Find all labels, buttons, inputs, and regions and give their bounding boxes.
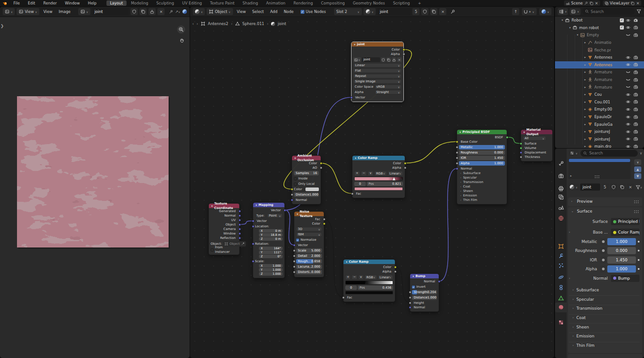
value-field-lacuna[interactable]: Lacuna..2.000 <box>296 264 322 269</box>
fake-user-icon[interactable] <box>381 57 386 62</box>
tab-tool-icon[interactable] <box>558 161 564 166</box>
value-field-ior[interactable]: IOR1.450 <box>459 156 505 160</box>
breadcrumb-material[interactable]: joint <box>278 21 286 26</box>
nav-forward-icon[interactable]: › <box>196 21 198 26</box>
checkbox-only-local[interactable]: Only Local <box>294 182 319 186</box>
copy-icon[interactable] <box>589 1 593 5</box>
stop-position-field[interactable]: Pos0.821 <box>367 182 403 186</box>
socket-button[interactable] <box>600 238 606 245</box>
camera-disabled-icon[interactable] <box>633 92 640 97</box>
node-header[interactable]: ∨Noise Texture <box>294 212 324 216</box>
subpanel-subsurface[interactable]: ›Subsurface <box>569 286 640 294</box>
subpanel-sheen[interactable]: ›Sheen <box>569 323 640 330</box>
input-socket-distance[interactable] <box>291 193 293 196</box>
animate-dot[interactable] <box>638 259 640 261</box>
pin-icon[interactable] <box>584 1 588 5</box>
pin-icon[interactable] <box>169 9 173 14</box>
outliner-row-cou-10[interactable]: ▸Cou <box>555 91 644 98</box>
tab-texture-paint[interactable]: Texture Paint <box>207 0 238 6</box>
viewlayer-selector[interactable]: ViewLayer × <box>603 0 641 6</box>
copy-icon[interactable] <box>386 57 391 62</box>
interpolation-dropdown[interactable]: Linear∨ <box>378 275 393 280</box>
close-icon[interactable]: × <box>595 1 598 5</box>
material-name-field[interactable]: joint <box>580 183 600 191</box>
expand-icon[interactable]: ▸ <box>583 123 588 126</box>
menu-widget[interactable]: Bump <box>611 275 640 282</box>
output-socket-uv[interactable] <box>238 219 241 222</box>
tab-render-icon[interactable] <box>558 173 564 179</box>
expand-icon[interactable]: ▾ <box>575 33 580 37</box>
checkbox-from-instancer[interactable]: From Instancer <box>211 247 237 252</box>
input-socket-fac[interactable] <box>342 296 345 299</box>
axis-field-z[interactable]: Z0° <box>259 255 283 258</box>
tab-scene-icon[interactable] <box>558 205 564 210</box>
menu-window[interactable]: Window <box>61 1 84 5</box>
axis-field-x[interactable]: X0 m <box>259 229 283 233</box>
pan-hand-gizmo[interactable] <box>178 36 186 44</box>
add-stop-button[interactable]: + <box>345 275 351 280</box>
input-socket-normal[interactable] <box>291 199 293 201</box>
pin-icon[interactable] <box>450 9 455 14</box>
node-link[interactable] <box>507 137 521 144</box>
outliner-row-animatio-3[interactable]: ▸Animatio <box>555 39 644 47</box>
add-stop-button[interactable]: + <box>354 171 360 176</box>
input-socket-vector[interactable] <box>293 244 296 247</box>
tab-shading[interactable]: Shading <box>239 0 262 6</box>
subsection-emission[interactable]: ›Emission <box>457 193 507 198</box>
node-ao[interactable]: ∨Ambient OcclusionColorAOSamples16Inside… <box>292 155 321 205</box>
outliner-row-armature-9[interactable]: ▸Armature <box>555 83 644 91</box>
camera-disabled-icon[interactable] <box>633 33 640 38</box>
input-socket-distorti[interactable] <box>293 271 296 273</box>
input-socket-strength[interactable] <box>409 291 411 294</box>
outliner-row-main-dro-17[interactable]: ▸main.dro <box>555 143 644 148</box>
tab-collection-icon[interactable] <box>558 230 564 235</box>
output-socket-color[interactable] <box>404 162 407 165</box>
output-socket-color[interactable] <box>402 48 405 51</box>
node-link[interactable] <box>439 169 457 281</box>
fake-user-icon[interactable] <box>131 8 138 15</box>
output-socket-color[interactable] <box>323 222 326 225</box>
input-socket-roughness[interactable] <box>456 151 458 154</box>
outliner-row-armature-8[interactable]: ▸Armature <box>555 76 644 84</box>
output-socket-alpha[interactable] <box>402 53 405 55</box>
subpanel-thin-film[interactable]: ›Thin Film <box>569 342 640 349</box>
camera-disabled-icon[interactable] <box>633 70 640 75</box>
output-socket-bsdf[interactable] <box>506 136 508 139</box>
unlink-material-icon[interactable]: × <box>439 8 446 15</box>
dropdown-straight[interactable]: Straight∨ <box>375 90 402 94</box>
copy-icon[interactable] <box>631 1 635 5</box>
socket-button[interactable] <box>600 265 606 273</box>
animate-dot[interactable] <box>638 241 640 243</box>
slot-move-up-button[interactable]: ▲ <box>634 166 641 172</box>
slot-dropdown[interactable]: Slot 2∨ <box>334 8 362 15</box>
dropdown-linear[interactable]: Linear∨ <box>353 63 402 68</box>
tab-uv-editing[interactable]: UV Editing <box>178 0 205 6</box>
camera-disabled-icon[interactable] <box>633 144 640 148</box>
eye-icon[interactable] <box>626 55 632 60</box>
output-socket-alpha[interactable] <box>404 166 407 169</box>
checkbox-invert[interactable]: ✓Invert <box>412 285 437 289</box>
dropdown-repeat[interactable]: Repeat∨ <box>353 74 402 78</box>
eye-icon[interactable] <box>626 92 632 97</box>
value-widget[interactable]: 0.000 <box>607 247 636 254</box>
ramp-handle[interactable] <box>393 177 395 180</box>
socket-button[interactable] <box>600 256 606 264</box>
color-swatch[interactable] <box>305 188 319 191</box>
value-field-scale[interactable]: Scale5.000 <box>296 248 322 253</box>
node-bump[interactable]: ∨BumpNormal✓InvertStrength0.204Distance1… <box>410 273 439 312</box>
tab-texture-icon[interactable] <box>558 320 564 325</box>
breadcrumb-object[interactable]: Antennes2 <box>208 21 229 26</box>
dropdown-point[interactable]: Point∨ <box>267 213 283 218</box>
input-socket-lacuna[interactable] <box>293 265 296 268</box>
axis-field-y[interactable]: Y18.8 m <box>259 233 283 237</box>
users-count-button[interactable]: 5 <box>412 8 419 15</box>
expand-icon[interactable]: ▸ <box>583 70 588 74</box>
snap-arrow-icon[interactable]: ↗∨ <box>175 9 180 14</box>
ramp-specials-button[interactable]: ∨ <box>368 171 373 176</box>
eye-icon[interactable] <box>626 144 632 148</box>
dropdown-single-image[interactable]: Single Image∨ <box>353 79 402 84</box>
browse-material-button[interactable]: ∨ <box>568 183 579 191</box>
node-cr2[interactable]: ∨Color RampColorAlpha+−∨RGB∨Linear∨0Pos0… <box>343 259 395 302</box>
color-mode-dropdown[interactable]: RGB∨ <box>364 275 377 280</box>
eye-icon[interactable] <box>626 62 632 67</box>
